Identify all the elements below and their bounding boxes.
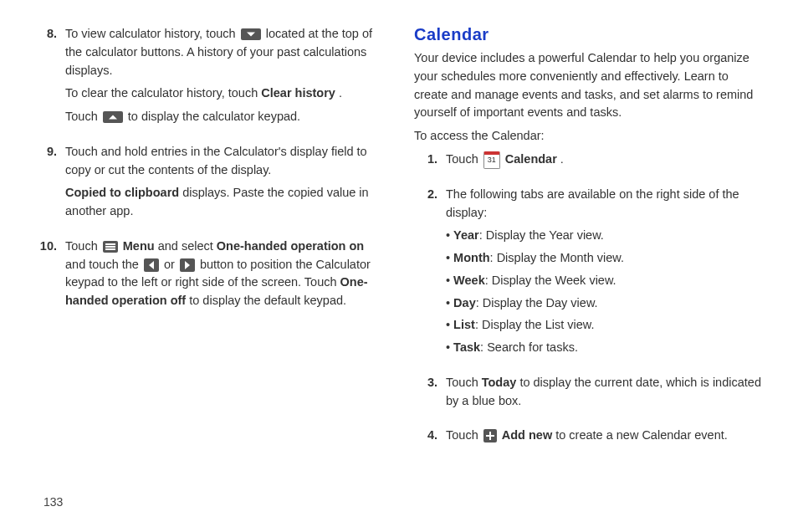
step-body: The following tabs are available on the …	[446, 186, 765, 362]
step-body: Touch Today to display the current date,…	[446, 374, 765, 416]
step-9: 9. Touch and hold entries in the Calcula…	[33, 143, 384, 226]
step-10: 10. Touch Menu and select One-handed ope…	[33, 238, 384, 315]
left-column: 8. To view calculator history, touch loc…	[33, 25, 399, 515]
step-number: 4.	[414, 427, 446, 450]
cal-step-1: 1. Touch 31 Calendar .	[414, 151, 765, 174]
calendar-intro: Your device includes a powerful Calendar…	[414, 49, 765, 122]
step-number: 3.	[414, 374, 446, 416]
copied-label: Copied to clipboard	[65, 186, 179, 199]
menu-icon	[103, 241, 118, 253]
step-body: Touch Add new to create a new Calendar e…	[446, 427, 765, 450]
calendar-label: Calendar	[505, 152, 557, 166]
plus-icon	[483, 429, 497, 442]
step-body: To view calculator history, touch locate…	[65, 25, 384, 131]
text: To clear the calculator history, touch	[65, 86, 261, 100]
text: to display the default keypad.	[189, 294, 346, 307]
bullet-task: Task: Search for tasks.	[446, 339, 765, 357]
bullet-month: Month: Display the Month view.	[446, 249, 765, 268]
step-number: 2.	[414, 186, 446, 362]
page-number: 133	[43, 495, 63, 509]
text: or	[164, 258, 178, 271]
right-column: Calendar Your device includes a powerful…	[399, 25, 765, 515]
step-body: Touch Menu and select One-handed operati…	[65, 238, 384, 315]
text: Touch	[446, 376, 482, 389]
manual-page: 8. To view calculator history, touch loc…	[0, 0, 798, 532]
add-new-label: Add new	[502, 428, 552, 442]
today-label: Today	[482, 376, 517, 389]
cal-step-3: 3. Touch Today to display the current da…	[414, 374, 765, 416]
calendar-icon: 31	[483, 151, 500, 169]
collapse-icon	[103, 111, 123, 123]
step-body: Touch 31 Calendar .	[446, 151, 765, 174]
menu-label: Menu	[123, 239, 155, 253]
dropdown-icon	[241, 28, 261, 40]
text: Touch and hold entries in the Calculator…	[65, 143, 384, 180]
step-number: 10.	[33, 238, 65, 315]
text: Touch	[65, 110, 101, 123]
text: The following tabs are available on the …	[446, 186, 765, 223]
bullet-list: List: Display the List view.	[446, 316, 765, 335]
bullet-week: Week: Display the Week view.	[446, 272, 765, 290]
step-number: 9.	[33, 143, 65, 226]
step-number: 8.	[33, 25, 65, 131]
text: and select	[158, 239, 217, 253]
text: .	[339, 86, 342, 100]
arrow-left-icon	[144, 258, 159, 272]
tab-bullets: Year: Display the Year view. Month: Disp…	[446, 227, 765, 357]
cal-step-4: 4. Touch Add new to create a new Calenda…	[414, 427, 765, 450]
cal-step-2: 2. The following tabs are available on t…	[414, 186, 765, 362]
one-handed-on-label: One-handed operation on	[217, 239, 364, 253]
calendar-access: To access the Calendar:	[414, 129, 765, 142]
text: Touch	[446, 152, 482, 166]
text: and touch the	[65, 258, 142, 271]
bullet-day: Day: Display the Day view.	[446, 294, 765, 313]
text: Touch	[65, 239, 101, 253]
step-8: 8. To view calculator history, touch loc…	[33, 25, 384, 131]
text: to display the calculator keypad.	[128, 110, 300, 123]
bullet-year: Year: Display the Year view.	[446, 227, 765, 245]
text: Touch	[446, 428, 482, 442]
calendar-heading: Calendar	[414, 25, 765, 44]
text: .	[560, 152, 564, 166]
text: To view calculator history, touch	[65, 27, 239, 40]
text: to create a new Calendar event.	[555, 428, 728, 442]
step-number: 1.	[414, 151, 446, 174]
clear-history-label: Clear history	[261, 86, 335, 100]
step-body: Touch and hold entries in the Calculator…	[65, 143, 384, 226]
arrow-right-icon	[180, 258, 195, 272]
